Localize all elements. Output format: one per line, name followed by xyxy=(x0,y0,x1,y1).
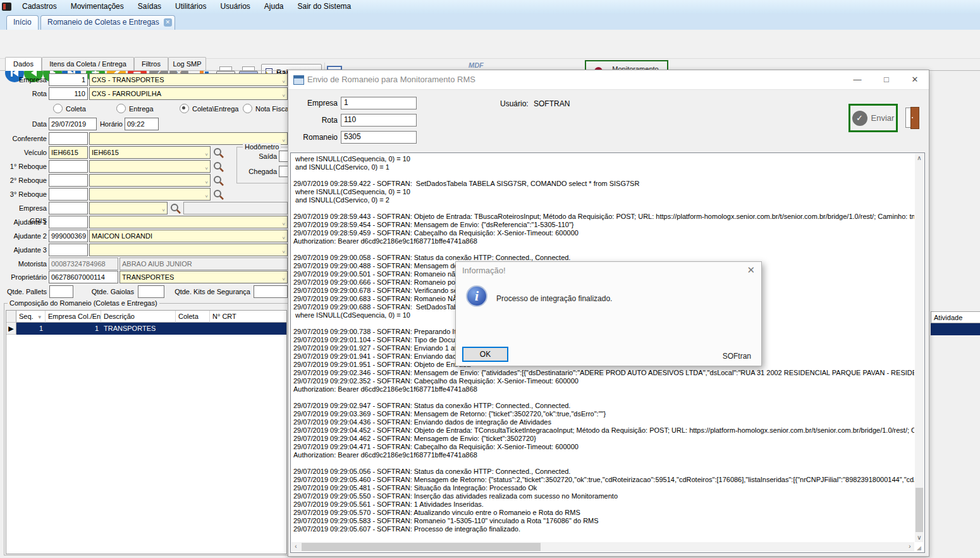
search-icon[interactable] xyxy=(213,189,224,200)
cell-descricao[interactable]: TRANSPORTES xyxy=(101,323,176,335)
tab-filtros[interactable]: Filtros xyxy=(134,57,168,70)
dialog-title-bar[interactable]: Envio de Romaneio para Monitoramento RMS… xyxy=(288,70,929,90)
scroll-down-icon[interactable]: ∨ xyxy=(915,533,924,542)
data-field[interactable]: 29/07/2019 xyxy=(49,118,97,130)
column-header-empresa[interactable]: Empresa Col./Ent. xyxy=(46,311,101,323)
tab-dados[interactable]: Dados xyxy=(5,57,42,71)
scroll-up-icon[interactable]: ∧ xyxy=(915,154,924,163)
scroll-left-icon[interactable]: ‹ xyxy=(291,542,300,551)
ajudante3-code-field[interactable] xyxy=(49,244,88,256)
tab-itens-coleta-entrega[interactable]: Itens da Coleta / Entrega xyxy=(42,57,134,70)
reboque3-select[interactable]: ˅ xyxy=(89,188,211,201)
exit-door-icon[interactable] xyxy=(905,107,919,128)
dialog-rota-field[interactable]: 110 xyxy=(341,114,417,127)
tab-inicio[interactable]: Início xyxy=(6,15,39,30)
empresa-gris-code-field[interactable] xyxy=(49,202,88,214)
reboque2-label: 2° Reboque xyxy=(1,174,47,187)
dialog-romaneio-field[interactable]: 5305 xyxy=(341,131,417,144)
menu-ajuda[interactable]: Ajuda xyxy=(257,0,291,13)
column-header-coleta[interactable]: Coleta xyxy=(176,311,210,323)
qtde-gaiolas-field[interactable] xyxy=(138,285,164,298)
column-header-atividade[interactable]: Atividade xyxy=(931,311,980,323)
ajudante2-name-select[interactable]: MAICON LORANDI˅ xyxy=(89,230,288,242)
reboque2-select[interactable]: ˅ xyxy=(89,174,211,187)
menu-utilitarios[interactable]: Utilitários xyxy=(168,0,213,13)
qtde-kits-field[interactable] xyxy=(254,285,288,298)
tab-log-smp[interactable]: Log SMP xyxy=(168,57,206,70)
cell-coleta[interactable] xyxy=(176,323,210,335)
proprietario-code-field[interactable]: 06278607000114 xyxy=(49,271,118,283)
ajudante3-name-select[interactable]: ˅ xyxy=(89,244,288,256)
composicao-legend: Composição do Romaneio (Coletas e Entreg… xyxy=(8,299,159,307)
column-header-crt[interactable]: N° CRT xyxy=(210,311,286,323)
tab-strip: Início Romaneio de Coletas e Entregas ✕ xyxy=(0,13,980,30)
cell-seq[interactable]: 1 xyxy=(16,323,46,335)
info-message: Processo de integração finalizado. xyxy=(496,294,612,303)
horario-label: Horário xyxy=(96,118,123,130)
selected-row-fragment[interactable] xyxy=(931,323,980,335)
ajudante1-code-field[interactable] xyxy=(49,216,88,228)
menu-movimentacoes[interactable]: Movimentações xyxy=(64,0,131,13)
reboque3-code-field[interactable] xyxy=(49,188,88,201)
search-icon[interactable] xyxy=(213,161,224,172)
reboque1-code-field[interactable] xyxy=(49,160,88,173)
tab-close-icon[interactable]: ✕ xyxy=(164,18,172,27)
usuario-label: Usuário: xyxy=(500,99,529,108)
rota-name-value: CXS - FARROUPILHA xyxy=(92,90,161,97)
horizontal-scroll-thumb[interactable] xyxy=(302,543,541,551)
radio-entrega[interactable]: Entrega xyxy=(116,104,154,113)
radio-coleta[interactable]: Coleta xyxy=(53,104,86,113)
close-button[interactable]: ✕ xyxy=(905,75,924,85)
menu-sair[interactable]: Sair do Sistema xyxy=(291,0,358,13)
cell-empresa[interactable]: 1 xyxy=(46,323,101,335)
ajudante3-label: Ajudante 3 xyxy=(1,244,47,256)
close-icon[interactable]: ✕ xyxy=(747,264,755,276)
search-icon[interactable] xyxy=(213,175,224,186)
dialog-icon xyxy=(293,75,304,85)
reboque2-code-field[interactable] xyxy=(49,174,88,187)
search-icon[interactable] xyxy=(213,147,224,158)
menu-saidas[interactable]: Saídas xyxy=(131,0,168,13)
maximize-button[interactable]: □ xyxy=(877,75,896,85)
vertical-scrollbar[interactable]: ∧ ∨ xyxy=(915,154,924,542)
horizontal-scrollbar[interactable]: ‹ › xyxy=(291,542,914,552)
reboque1-select[interactable]: ˅ xyxy=(89,160,211,173)
horario-field[interactable]: 09:22 xyxy=(125,118,159,130)
conferente-code-field[interactable] xyxy=(49,132,88,145)
qtde-pallets-field[interactable] xyxy=(49,285,73,298)
veiculo-code-field[interactable]: IEH6615 xyxy=(49,146,88,159)
menu-usuarios[interactable]: Usuários xyxy=(213,0,257,13)
dialog-romaneio-label: Romaneio xyxy=(293,131,338,144)
radio-icon xyxy=(116,104,126,113)
minimize-button[interactable]: — xyxy=(848,75,867,85)
dialog-rota-label: Rota xyxy=(293,114,338,127)
filter-icon[interactable]: ▼ xyxy=(37,314,42,320)
scroll-right-icon[interactable]: › xyxy=(905,542,914,551)
empresa-gris-select[interactable]: ˅ xyxy=(89,202,168,214)
veiculo-name-select[interactable]: IEH6615˅ xyxy=(89,146,211,159)
enviar-button[interactable]: ✓ Enviar xyxy=(848,104,898,132)
search-icon[interactable] xyxy=(170,203,181,214)
dialog-empresa-field[interactable]: 1 xyxy=(341,97,417,109)
radio-nota-fiscal[interactable]: Nota Fiscal xyxy=(243,104,290,113)
radio-entrega-label: Entrega xyxy=(129,105,154,113)
rota-name-select[interactable]: CXS - FARROUPILHA˅ xyxy=(89,87,288,100)
resize-grip[interactable]: ◢ xyxy=(917,545,923,551)
tab-romaneio[interactable]: Romaneio de Coletas e Entregas ✕ xyxy=(40,15,175,30)
vertical-scroll-thumb[interactable] xyxy=(916,488,923,532)
cell-crt[interactable] xyxy=(210,323,286,335)
ajudante2-code-field[interactable]: 999000369 xyxy=(49,230,88,242)
menu-cadastros[interactable]: Cadastros xyxy=(15,0,64,13)
radio-coleta-entrega[interactable]: Coleta\Entrega xyxy=(180,104,238,113)
ajudante1-name-select[interactable]: ˅ xyxy=(89,216,288,228)
empresa-name-select[interactable]: CXS - TRANSPORTES˅ xyxy=(89,73,288,86)
empresa-code-field[interactable]: 1 xyxy=(49,73,88,86)
ok-button[interactable]: OK xyxy=(462,347,508,362)
proprietario-name-select[interactable]: TRANSPORTES˅ xyxy=(119,271,288,283)
column-header-descricao[interactable]: Descrição xyxy=(101,311,176,323)
radio-coleta-label: Coleta xyxy=(66,105,86,113)
info-dialog-title: Informação! xyxy=(462,266,506,275)
rota-code-field[interactable]: 110 xyxy=(49,87,88,100)
composicao-grid[interactable]: Seq.▼ Empresa Col./Ent. Descrição Coleta… xyxy=(6,310,287,554)
column-header-seq[interactable]: Seq.▼ xyxy=(16,311,46,323)
